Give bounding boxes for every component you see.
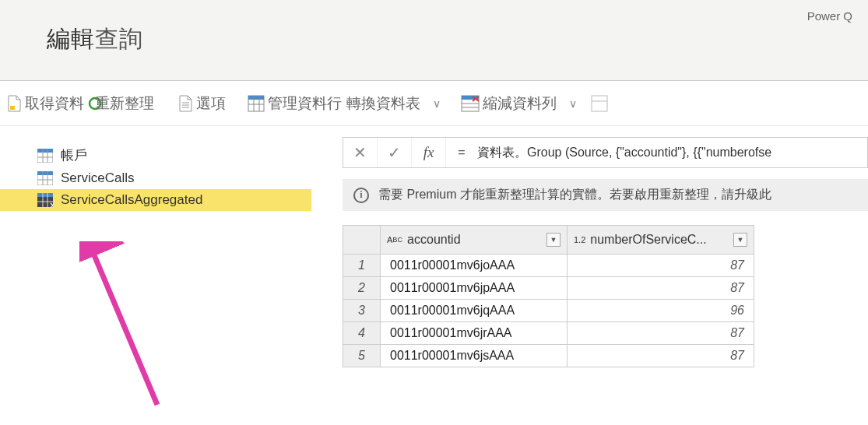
info-icon: i xyxy=(353,188,369,203)
formula-input[interactable]: 資料表。Group (Source, {"accountid"}, {{"num… xyxy=(477,145,867,161)
manage-columns-button[interactable]: 管理資料行 xyxy=(244,93,345,114)
page-icon xyxy=(8,95,22,112)
svg-rect-28 xyxy=(37,193,53,197)
svg-rect-6 xyxy=(248,96,264,100)
premium-info-bar: i 需要 Premium 才能重新整理計算的實體。若要啟用重新整理，請升級此 xyxy=(343,179,868,211)
sidebar-item-accounts[interactable]: 帳戶 xyxy=(0,143,311,167)
decimal-type-icon: 1.2 xyxy=(574,235,585,244)
accept-formula-button[interactable]: ✓ xyxy=(378,138,412,167)
svg-rect-16 xyxy=(592,96,607,111)
info-text: 需要 Premium 才能重新整理計算的實體。若要啟用重新整理，請升級此 xyxy=(378,187,771,203)
sidebar-item-servicecalls[interactable]: ServiceCalls xyxy=(0,167,311,189)
data-grid: ABC accountid ▼ 1.2 numberOfServiceC... xyxy=(343,225,754,367)
cancel-formula-button[interactable]: ✕ xyxy=(343,138,378,167)
svg-rect-0 xyxy=(10,106,15,110)
column-header-accountid[interactable]: ABC accountid ▼ xyxy=(381,226,568,255)
refresh-button[interactable]: 重新整理 xyxy=(84,93,157,114)
fx-button[interactable]: fx xyxy=(412,138,446,167)
computed-entity-icon xyxy=(37,193,53,207)
page-title: 編輯查詢 xyxy=(47,23,821,55)
text-type-icon: ABC xyxy=(387,235,402,244)
table-row[interactable]: 5 0011r00001mv6jsAAA 87 xyxy=(343,345,754,367)
chevron-down-icon[interactable]: ∨ xyxy=(433,97,441,110)
table-row[interactable]: 3 0011r00001mv6jqAAA 96 xyxy=(343,300,754,322)
table-small-icon[interactable] xyxy=(591,95,608,112)
reduce-rows-button[interactable]: 縮減資料列 xyxy=(458,93,560,114)
table-row[interactable]: 4 0011r00001mv6jrAAA 87 xyxy=(343,322,754,345)
page-plain-icon xyxy=(179,95,193,112)
chevron-down-icon[interactable]: ∨ xyxy=(569,97,577,110)
formula-equals: = xyxy=(446,146,477,160)
column-header-numberofservicecalls[interactable]: 1.2 numberOfServiceC... ▼ xyxy=(568,226,754,255)
toolbar: 取得資料 重新整理 選項 管理資料行 轉換資料表 ∨ 縮減資料列 ∨ xyxy=(0,81,868,126)
content-area: ✕ ✓ fx = 資料表。Group (Source, {"accountid"… xyxy=(311,126,868,425)
get-data-button[interactable]: 取得資料 xyxy=(5,93,87,114)
table-grid-icon xyxy=(248,95,265,112)
options-button[interactable]: 選項 xyxy=(176,93,229,114)
grid-corner[interactable] xyxy=(343,226,381,255)
table-row[interactable]: 1 0011r00001mv6joAAA 87 xyxy=(343,255,754,277)
sidebar-item-label: ServiceCallsAggregated xyxy=(61,192,202,208)
formula-bar: ✕ ✓ fx = 資料表。Group (Source, {"accountid"… xyxy=(343,137,868,168)
transform-table-button[interactable]: 轉換資料表 xyxy=(343,93,423,114)
sidebar-item-label: ServiceCalls xyxy=(61,170,134,186)
sidebar-item-servicecallsaggregated[interactable]: ServiceCallsAggregated xyxy=(0,189,311,211)
table-entity-icon xyxy=(37,149,53,163)
svg-rect-19 xyxy=(37,149,53,153)
table-reduce-icon xyxy=(461,95,480,112)
queries-sidebar: 帳戶 ServiceCalls ServiceCallsAggregated xyxy=(0,126,311,425)
svg-rect-24 xyxy=(37,171,53,175)
table-entity-icon xyxy=(37,171,53,185)
column-filter-button[interactable]: ▼ xyxy=(546,233,561,247)
brand-label: Power Q xyxy=(807,9,852,23)
header: Power Q 編輯查詢 xyxy=(0,0,868,81)
sidebar-item-label: 帳戶 xyxy=(61,146,87,164)
table-row[interactable]: 2 0011r00001mv6jpAAA 87 xyxy=(343,277,754,300)
column-filter-button[interactable]: ▼ xyxy=(733,233,747,247)
